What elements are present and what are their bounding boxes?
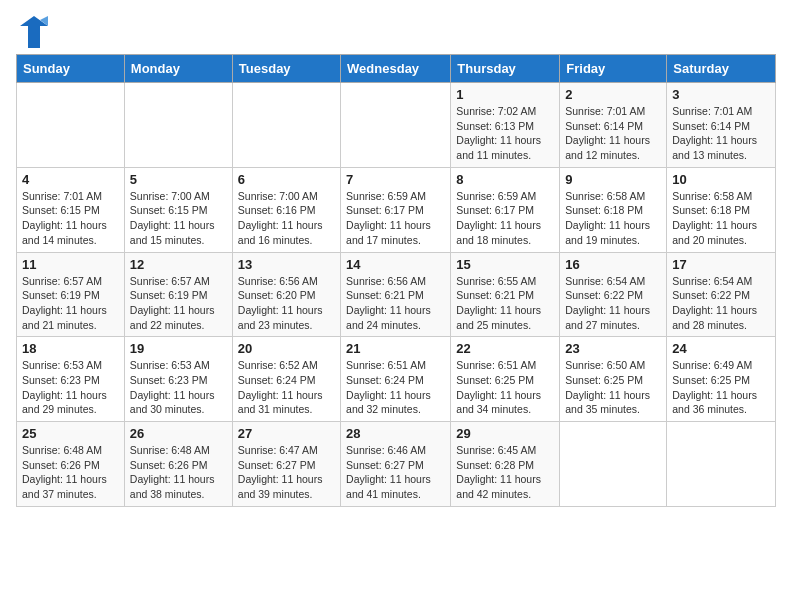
- day-cell: 6Sunrise: 7:00 AMSunset: 6:16 PMDaylight…: [232, 167, 340, 252]
- day-number: 1: [456, 87, 554, 102]
- day-number: 10: [672, 172, 770, 187]
- day-cell: 28Sunrise: 6:46 AMSunset: 6:27 PMDayligh…: [341, 422, 451, 507]
- day-cell: 21Sunrise: 6:51 AMSunset: 6:24 PMDayligh…: [341, 337, 451, 422]
- day-number: 15: [456, 257, 554, 272]
- day-cell: 19Sunrise: 6:53 AMSunset: 6:23 PMDayligh…: [124, 337, 232, 422]
- day-number: 6: [238, 172, 335, 187]
- day-info-text: Daylight: 11 hours and 21 minutes.: [22, 303, 119, 332]
- day-info-text: Sunset: 6:22 PM: [672, 288, 770, 303]
- day-cell: 20Sunrise: 6:52 AMSunset: 6:24 PMDayligh…: [232, 337, 340, 422]
- day-info-text: Daylight: 11 hours and 16 minutes.: [238, 218, 335, 247]
- day-cell: 12Sunrise: 6:57 AMSunset: 6:19 PMDayligh…: [124, 252, 232, 337]
- day-info-text: Daylight: 11 hours and 18 minutes.: [456, 218, 554, 247]
- day-info-text: Sunrise: 7:00 AM: [238, 189, 335, 204]
- day-info-text: Sunset: 6:28 PM: [456, 458, 554, 473]
- day-info-text: Sunrise: 6:48 AM: [22, 443, 119, 458]
- day-info-text: Sunset: 6:27 PM: [238, 458, 335, 473]
- day-info-text: Daylight: 11 hours and 42 minutes.: [456, 472, 554, 501]
- day-info-text: Sunrise: 7:01 AM: [672, 104, 770, 119]
- day-info-text: Sunset: 6:14 PM: [672, 119, 770, 134]
- day-cell: 5Sunrise: 7:00 AMSunset: 6:15 PMDaylight…: [124, 167, 232, 252]
- day-info-text: Sunset: 6:25 PM: [456, 373, 554, 388]
- day-info-text: Sunrise: 6:54 AM: [565, 274, 661, 289]
- day-cell: [341, 83, 451, 168]
- day-number: 2: [565, 87, 661, 102]
- week-row-1: 1Sunrise: 7:02 AMSunset: 6:13 PMDaylight…: [17, 83, 776, 168]
- day-number: 24: [672, 341, 770, 356]
- day-info-text: Daylight: 11 hours and 41 minutes.: [346, 472, 445, 501]
- day-cell: 10Sunrise: 6:58 AMSunset: 6:18 PMDayligh…: [667, 167, 776, 252]
- day-info-text: Sunrise: 6:57 AM: [22, 274, 119, 289]
- day-cell: 23Sunrise: 6:50 AMSunset: 6:25 PMDayligh…: [560, 337, 667, 422]
- day-number: 25: [22, 426, 119, 441]
- day-number: 20: [238, 341, 335, 356]
- day-info-text: Daylight: 11 hours and 17 minutes.: [346, 218, 445, 247]
- weekday-header-friday: Friday: [560, 55, 667, 83]
- day-cell: [124, 83, 232, 168]
- day-cell: 27Sunrise: 6:47 AMSunset: 6:27 PMDayligh…: [232, 422, 340, 507]
- header: [16, 16, 776, 48]
- day-info-text: Sunset: 6:19 PM: [22, 288, 119, 303]
- day-number: 21: [346, 341, 445, 356]
- day-info-text: Daylight: 11 hours and 39 minutes.: [238, 472, 335, 501]
- day-info-text: Sunset: 6:24 PM: [238, 373, 335, 388]
- day-cell: 1Sunrise: 7:02 AMSunset: 6:13 PMDaylight…: [451, 83, 560, 168]
- day-info-text: Sunset: 6:15 PM: [22, 203, 119, 218]
- day-info-text: Sunset: 6:18 PM: [565, 203, 661, 218]
- day-cell: 9Sunrise: 6:58 AMSunset: 6:18 PMDaylight…: [560, 167, 667, 252]
- day-cell: [667, 422, 776, 507]
- day-info-text: Sunrise: 7:02 AM: [456, 104, 554, 119]
- day-number: 19: [130, 341, 227, 356]
- day-cell: 16Sunrise: 6:54 AMSunset: 6:22 PMDayligh…: [560, 252, 667, 337]
- day-info-text: Daylight: 11 hours and 34 minutes.: [456, 388, 554, 417]
- day-cell: 13Sunrise: 6:56 AMSunset: 6:20 PMDayligh…: [232, 252, 340, 337]
- day-number: 4: [22, 172, 119, 187]
- day-number: 29: [456, 426, 554, 441]
- week-row-4: 18Sunrise: 6:53 AMSunset: 6:23 PMDayligh…: [17, 337, 776, 422]
- day-info-text: Sunrise: 6:53 AM: [22, 358, 119, 373]
- day-cell: 24Sunrise: 6:49 AMSunset: 6:25 PMDayligh…: [667, 337, 776, 422]
- day-info-text: Sunset: 6:23 PM: [130, 373, 227, 388]
- day-info-text: Daylight: 11 hours and 20 minutes.: [672, 218, 770, 247]
- day-info-text: Sunset: 6:19 PM: [130, 288, 227, 303]
- day-info-text: Sunrise: 6:56 AM: [238, 274, 335, 289]
- day-cell: 26Sunrise: 6:48 AMSunset: 6:26 PMDayligh…: [124, 422, 232, 507]
- day-cell: [232, 83, 340, 168]
- day-cell: 18Sunrise: 6:53 AMSunset: 6:23 PMDayligh…: [17, 337, 125, 422]
- day-number: 11: [22, 257, 119, 272]
- day-info-text: Daylight: 11 hours and 22 minutes.: [130, 303, 227, 332]
- day-number: 28: [346, 426, 445, 441]
- day-cell: 2Sunrise: 7:01 AMSunset: 6:14 PMDaylight…: [560, 83, 667, 168]
- logo-bird-icon: [20, 16, 48, 48]
- day-info-text: Sunset: 6:17 PM: [456, 203, 554, 218]
- day-info-text: Sunset: 6:25 PM: [672, 373, 770, 388]
- day-info-text: Sunset: 6:15 PM: [130, 203, 227, 218]
- day-info-text: Daylight: 11 hours and 29 minutes.: [22, 388, 119, 417]
- day-info-text: Sunrise: 6:52 AM: [238, 358, 335, 373]
- day-cell: 29Sunrise: 6:45 AMSunset: 6:28 PMDayligh…: [451, 422, 560, 507]
- day-info-text: Sunrise: 6:59 AM: [456, 189, 554, 204]
- day-cell: 14Sunrise: 6:56 AMSunset: 6:21 PMDayligh…: [341, 252, 451, 337]
- day-info-text: Sunset: 6:17 PM: [346, 203, 445, 218]
- day-info-text: Sunset: 6:25 PM: [565, 373, 661, 388]
- day-cell: 11Sunrise: 6:57 AMSunset: 6:19 PMDayligh…: [17, 252, 125, 337]
- day-cell: 17Sunrise: 6:54 AMSunset: 6:22 PMDayligh…: [667, 252, 776, 337]
- day-info-text: Sunrise: 6:54 AM: [672, 274, 770, 289]
- day-info-text: Daylight: 11 hours and 25 minutes.: [456, 303, 554, 332]
- day-number: 16: [565, 257, 661, 272]
- day-info-text: Sunset: 6:27 PM: [346, 458, 445, 473]
- day-info-text: Daylight: 11 hours and 13 minutes.: [672, 133, 770, 162]
- day-number: 18: [22, 341, 119, 356]
- weekday-header-thursday: Thursday: [451, 55, 560, 83]
- day-info-text: Sunrise: 6:49 AM: [672, 358, 770, 373]
- day-info-text: Daylight: 11 hours and 15 minutes.: [130, 218, 227, 247]
- day-info-text: Daylight: 11 hours and 28 minutes.: [672, 303, 770, 332]
- day-info-text: Sunrise: 7:01 AM: [22, 189, 119, 204]
- day-info-text: Sunrise: 7:01 AM: [565, 104, 661, 119]
- day-info-text: Sunset: 6:23 PM: [22, 373, 119, 388]
- day-number: 17: [672, 257, 770, 272]
- weekday-header-saturday: Saturday: [667, 55, 776, 83]
- day-number: 27: [238, 426, 335, 441]
- day-info-text: Daylight: 11 hours and 37 minutes.: [22, 472, 119, 501]
- day-number: 26: [130, 426, 227, 441]
